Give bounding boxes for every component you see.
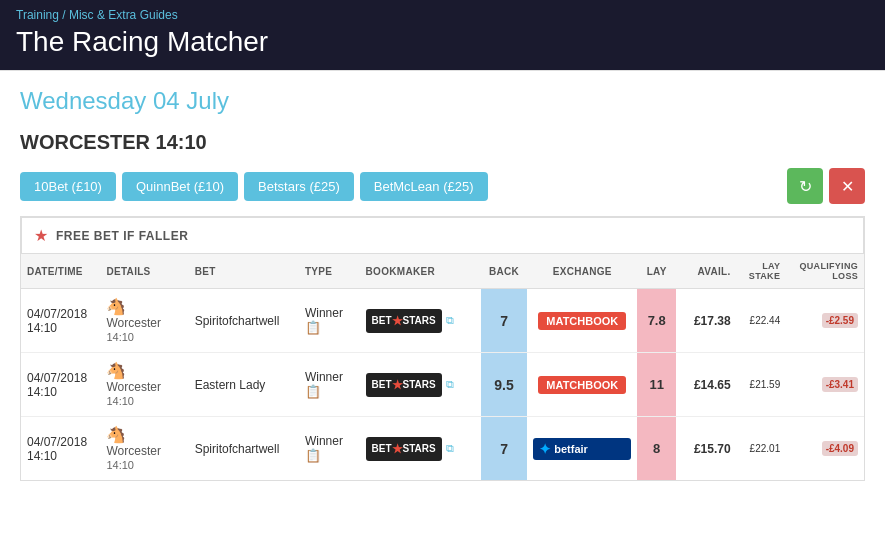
cell-qualifying-loss: -£4.09 <box>786 417 864 481</box>
cell-details: 🐴 Worcester 14:10 <box>100 353 188 417</box>
cell-avail: £15.70 <box>676 417 737 481</box>
tenbet-button[interactable]: 10Bet (£10) <box>20 172 116 201</box>
main-content: Wednesday 04 July WORCESTER 14:10 10Bet … <box>0 71 885 497</box>
cell-datetime: 04/07/2018 14:10 <box>21 417 100 481</box>
th-laystake: LAYSTAKE <box>737 254 787 289</box>
cell-bookmaker: BET ★ STARS ⧉ <box>360 289 481 353</box>
bookmaker-logo: BET ★ STARS <box>366 309 442 333</box>
details-venue: Worcester <box>106 444 160 458</box>
race-heading: WORCESTER 14:10 <box>20 131 865 154</box>
th-details: DETAILS <box>100 254 188 289</box>
cell-avail: £14.65 <box>676 353 737 417</box>
cell-laystake: £22.01 <box>737 417 787 481</box>
cell-exchange: ✦ betfair <box>527 417 637 481</box>
cancel-button[interactable]: ✕ <box>829 168 865 204</box>
bets-table-container: ★ FREE BET IF FALLER DATE/TIME DETAILS B… <box>20 216 865 481</box>
breadcrumb-training-link[interactable]: Training <box>16 8 59 22</box>
th-qualifying-loss: QUALIFYINGLOSS <box>786 254 864 289</box>
bet-buttons-row: 10Bet (£10) QuinnBet (£10) Betstars (£25… <box>20 168 865 204</box>
horse-icon: 🐴 <box>106 426 126 443</box>
bets-table: DATE/TIME DETAILS BET TYPE BOOKMAKER BAC… <box>21 254 864 480</box>
details-venue: Worcester <box>106 316 160 330</box>
exchange-badge: ✦ betfair <box>533 438 631 460</box>
free-bet-icon: ★ <box>34 226 48 245</box>
th-lay: LAY <box>637 254 676 289</box>
external-link-icon[interactable]: ⧉ <box>446 314 454 327</box>
cell-bookmaker: BET ★ STARS ⧉ <box>360 417 481 481</box>
external-link-icon[interactable]: ⧉ <box>446 378 454 391</box>
cell-bet: Eastern Lady <box>189 353 299 417</box>
details-time: 14:10 <box>106 459 134 471</box>
th-back: BACK <box>481 254 527 289</box>
cell-type: Winner 📋 <box>299 353 360 417</box>
exchange-badge: MATCHBOOK <box>538 312 626 330</box>
free-bet-text: FREE BET IF FALLER <box>56 229 188 243</box>
cell-bet: Spiritofchartwell <box>189 417 299 481</box>
bookmaker-logo: BET ★ STARS <box>366 373 442 397</box>
details-icon[interactable]: 📋 <box>305 320 321 335</box>
cell-laystake: £22.44 <box>737 289 787 353</box>
th-avail: AVAIL. <box>676 254 737 289</box>
cell-details: 🐴 Worcester 14:10 <box>100 289 188 353</box>
free-bet-notice: ★ FREE BET IF FALLER <box>21 217 864 254</box>
cell-lay: 7.8 <box>637 289 676 353</box>
breadcrumb-separator: / <box>62 8 65 22</box>
refresh-button[interactable]: ↻ <box>787 168 823 204</box>
details-time: 14:10 <box>106 395 134 407</box>
quinnbet-button[interactable]: QuinnBet (£10) <box>122 172 238 201</box>
cell-avail: £17.38 <box>676 289 737 353</box>
site-title: The Racing Matcher <box>16 26 869 58</box>
details-icon[interactable]: 📋 <box>305 448 321 463</box>
date-heading: Wednesday 04 July <box>20 87 865 115</box>
cell-back: 7 <box>481 417 527 481</box>
cell-back: 7 <box>481 289 527 353</box>
th-bookmaker: BOOKMAKER <box>360 254 481 289</box>
table-row: 04/07/2018 14:10 🐴 Worcester 14:10 Easte… <box>21 353 864 417</box>
details-venue: Worcester <box>106 380 160 394</box>
breadcrumb: Training / Misc & Extra Guides <box>16 8 869 22</box>
cell-qualifying-loss: -£3.41 <box>786 353 864 417</box>
table-header-row: DATE/TIME DETAILS BET TYPE BOOKMAKER BAC… <box>21 254 864 289</box>
cell-bet: Spiritofchartwell <box>189 289 299 353</box>
cell-datetime: 04/07/2018 14:10 <box>21 353 100 417</box>
table-row: 04/07/2018 14:10 🐴 Worcester 14:10 Spiri… <box>21 289 864 353</box>
cell-back: 9.5 <box>481 353 527 417</box>
cell-lay: 8 <box>637 417 676 481</box>
horse-icon: 🐴 <box>106 298 126 315</box>
breadcrumb-misc: Misc & Extra Guides <box>69 8 178 22</box>
cell-type: Winner 📋 <box>299 417 360 481</box>
horse-icon: 🐴 <box>106 362 126 379</box>
table-row: 04/07/2018 14:10 🐴 Worcester 14:10 Spiri… <box>21 417 864 481</box>
cell-laystake: £21.59 <box>737 353 787 417</box>
site-header: Training / Misc & Extra Guides The Racin… <box>0 0 885 70</box>
th-exchange: EXCHANGE <box>527 254 637 289</box>
bookmaker-logo: BET ★ STARS <box>366 437 442 461</box>
betstars-button[interactable]: Betstars (£25) <box>244 172 354 201</box>
exchange-badge: MATCHBOOK <box>538 376 626 394</box>
th-datetime: DATE/TIME <box>21 254 100 289</box>
cell-bookmaker: BET ★ STARS ⧉ <box>360 353 481 417</box>
external-link-icon[interactable]: ⧉ <box>446 442 454 455</box>
cell-exchange: MATCHBOOK <box>527 353 637 417</box>
cell-details: 🐴 Worcester 14:10 <box>100 417 188 481</box>
cell-type: Winner 📋 <box>299 289 360 353</box>
cell-qualifying-loss: -£2.59 <box>786 289 864 353</box>
details-icon[interactable]: 📋 <box>305 384 321 399</box>
betmclean-button[interactable]: BetMcLean (£25) <box>360 172 488 201</box>
cell-lay: 11 <box>637 353 676 417</box>
cell-datetime: 04/07/2018 14:10 <box>21 289 100 353</box>
cell-exchange: MATCHBOOK <box>527 289 637 353</box>
details-time: 14:10 <box>106 331 134 343</box>
th-bet: BET <box>189 254 299 289</box>
th-type: TYPE <box>299 254 360 289</box>
